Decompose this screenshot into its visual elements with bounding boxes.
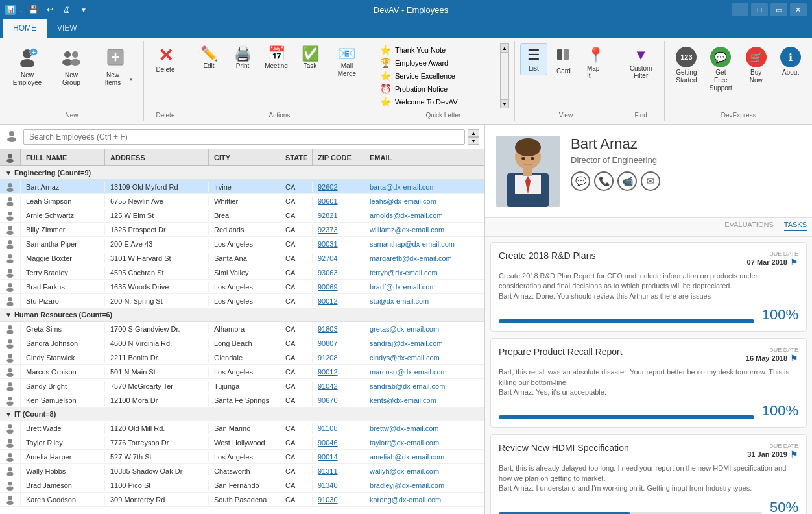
thank-you-note-button[interactable]: ⭐ Thank You Note (377, 43, 497, 56)
phone-button[interactable]: 📞 (594, 171, 614, 191)
table-row[interactable]: Maggie Boxter 3101 W Harvard St Santa An… (0, 251, 484, 265)
scroll-up-button[interactable]: ▲ (500, 43, 509, 53)
cell-email[interactable]: kents@dx-email.com (364, 395, 484, 406)
tab-view[interactable]: VIEW (47, 19, 88, 38)
mail-merge-button[interactable]: 📧 Mail Merge (328, 43, 366, 81)
about-button[interactable]: ℹ About (774, 43, 807, 80)
cell-zip[interactable]: 90807 (313, 338, 364, 349)
cell-zip[interactable]: 93063 (313, 267, 364, 278)
table-row[interactable]: Terry Bradley 4595 Cochran St Simi Valle… (0, 265, 484, 280)
new-group-button[interactable]: New Group (51, 43, 92, 90)
cell-email[interactable]: margaretb@dx-email.com (364, 253, 484, 263)
table-row[interactable]: Ken Samuelson 12100 Mora Dr Santa Fe Spr… (0, 393, 484, 408)
table-row[interactable]: Sandra Johnson 4600 N Virginia Rd. Long … (0, 336, 484, 350)
table-row[interactable]: Brett Wade 1120 Old Mill Rd. San Marino … (0, 421, 484, 435)
table-row[interactable]: Marcus Orbison 501 N Main St Los Angeles… (0, 365, 484, 379)
cell-email[interactable]: sandrab@dx-email.com (364, 381, 484, 391)
table-row[interactable]: Samantha Piper 200 E Ave 43 Los Angeles … (0, 237, 484, 251)
new-items-dropdown[interactable]: ▼ (128, 77, 134, 82)
cell-email[interactable]: bradleyj@dx-email.com (364, 480, 484, 491)
cell-zip[interactable]: 91108 (313, 423, 364, 434)
col-header-address[interactable]: ADDRESS (105, 149, 209, 165)
meeting-button[interactable]: 📅 Meeting (260, 43, 293, 73)
cell-email[interactable]: taylorr@dx-email.com (364, 437, 484, 448)
cell-zip[interactable]: 90046 (313, 437, 364, 448)
maximize-button[interactable]: ▭ (770, 3, 787, 16)
cell-email[interactable]: gretas@dx-email.com (364, 324, 484, 334)
cell-email[interactable]: leahs@dx-email.com (364, 196, 484, 206)
search-up-arrow[interactable]: ▲ (468, 129, 479, 137)
cell-email[interactable]: wallyh@dx-email.com (364, 466, 484, 476)
task-button[interactable]: ✅ Task (294, 43, 326, 73)
new-items-button[interactable]: New Items ▼ (93, 43, 138, 90)
custom-filter-button[interactable]: ▼ CustomFilter (623, 43, 659, 82)
cell-email[interactable]: brettw@dx-email.com (364, 423, 484, 434)
cell-email[interactable]: marcuso@dx-email.com (364, 367, 484, 377)
cell-email[interactable]: bradf@dx-email.com (364, 282, 484, 292)
buy-now-button[interactable]: 🛒 Buy Now (739, 43, 773, 88)
cell-email[interactable]: kareng@dx-email.com (364, 495, 484, 505)
col-header-city[interactable]: CITY (209, 149, 280, 165)
search-input[interactable] (23, 129, 465, 145)
cell-zip[interactable]: 90670 (313, 395, 364, 406)
cell-zip[interactable]: 91311 (313, 466, 364, 476)
close-button[interactable]: ✕ (790, 3, 807, 16)
table-row[interactable]: Leah Simpson 6755 Newlin Ave Whittier CA… (0, 194, 484, 208)
cell-zip[interactable]: 91030 (313, 495, 364, 505)
minimize-button[interactable]: ─ (732, 3, 748, 16)
get-free-support-button[interactable]: 💬 Get FreeSupport (704, 43, 737, 95)
cell-zip[interactable]: 92821 (313, 210, 364, 221)
table-row[interactable]: Arnie Schwartz 125 W Elm St Brea CA 9282… (0, 208, 484, 223)
cell-zip[interactable]: 91042 (313, 381, 364, 391)
cell-zip[interactable]: 90012 (313, 296, 364, 306)
table-row[interactable]: Billy Zimmer 1325 Prospect Dr Redlands C… (0, 223, 484, 237)
cell-email[interactable]: cindys@dx-email.com (364, 352, 484, 363)
cell-email[interactable]: sandraj@dx-email.com (364, 338, 484, 349)
service-excellence-button[interactable]: ⭐ Service Excellence (377, 69, 497, 82)
print-button[interactable]: 🖨️ Print (226, 43, 259, 73)
delete-button[interactable]: ✕ Delete (149, 43, 182, 77)
col-header-state[interactable]: STATE (280, 149, 313, 165)
quick-access-print[interactable]: 🖨 (60, 3, 73, 16)
cell-email[interactable]: ameliah@dx-email.com (364, 452, 484, 462)
cell-zip[interactable]: 92704 (313, 253, 364, 263)
cell-zip[interactable]: 90012 (313, 367, 364, 377)
cell-email[interactable]: stu@dx-email.com (364, 296, 484, 306)
table-row[interactable]: Cindy Stanwick 2211 Bonita Dr. Glendale … (0, 350, 484, 365)
restore-button[interactable]: □ (751, 3, 768, 16)
video-button[interactable]: 📹 (617, 171, 637, 191)
map-it-button[interactable]: 📍 Map It (580, 43, 612, 82)
group-header-human-resources[interactable]: ▼ Human Resources (Count=6) (0, 308, 484, 322)
cell-zip[interactable]: 90031 (313, 239, 364, 249)
col-header-zip[interactable]: ZIP CODE (313, 149, 364, 165)
cell-zip[interactable]: 91208 (313, 352, 364, 363)
table-row[interactable]: Taylor Riley 7776 Torreyson Dr West Holl… (0, 435, 484, 450)
quick-access-undo[interactable]: ↩ (43, 3, 56, 16)
table-row[interactable]: Karen Goodson 309 Monterey Rd South Pasa… (0, 493, 484, 507)
cell-zip[interactable]: 92602 (313, 182, 364, 192)
edit-button[interactable]: ✏️ Edit (193, 43, 225, 73)
table-row[interactable]: Sandy Bright 7570 McGroarty Ter Tujunga … (0, 379, 484, 393)
cell-zip[interactable]: 92373 (313, 225, 364, 235)
table-row[interactable]: Greta Sims 1700 S Grandview Dr. Alhambra… (0, 322, 484, 336)
table-row[interactable]: Amelia Harper 527 W 7th St Los Angeles C… (0, 450, 484, 464)
cell-email[interactable]: barta@dx-email.com (364, 182, 484, 192)
tab-tasks[interactable]: TASKS (784, 221, 807, 231)
group-header-engineering[interactable]: ▼ Engineering (Count=9) (0, 166, 484, 180)
table-row[interactable]: Brad Farkus 1635 Woods Drive Los Angeles… (0, 280, 484, 294)
table-row[interactable]: Brad Jameson 1100 Pico St San Fernando C… (0, 478, 484, 493)
getting-started-button[interactable]: 123 GettingStarted (670, 43, 702, 88)
cell-email[interactable]: williamz@dx-email.com (364, 225, 484, 235)
list-view-button[interactable]: ☰ List (520, 43, 547, 75)
card-view-button[interactable]: Card (549, 43, 579, 78)
quick-access-dropdown[interactable]: ▼ (77, 3, 90, 16)
col-header-email[interactable]: EMAIL (364, 149, 484, 165)
tab-home[interactable]: HOME (3, 19, 47, 38)
employee-award-button[interactable]: 🏆 Employee Award (377, 56, 497, 69)
col-header-name[interactable]: FULL NAME (21, 149, 105, 165)
table-row[interactable]: Stu Pizaro 200 N. Spring St Los Angeles … (0, 294, 484, 308)
cell-zip[interactable]: 91340 (313, 480, 364, 491)
cell-zip[interactable]: 90069 (313, 282, 364, 292)
probation-notice-button[interactable]: ⏰ Probation Notice (377, 82, 497, 95)
chat-button[interactable]: 💬 (571, 171, 590, 191)
